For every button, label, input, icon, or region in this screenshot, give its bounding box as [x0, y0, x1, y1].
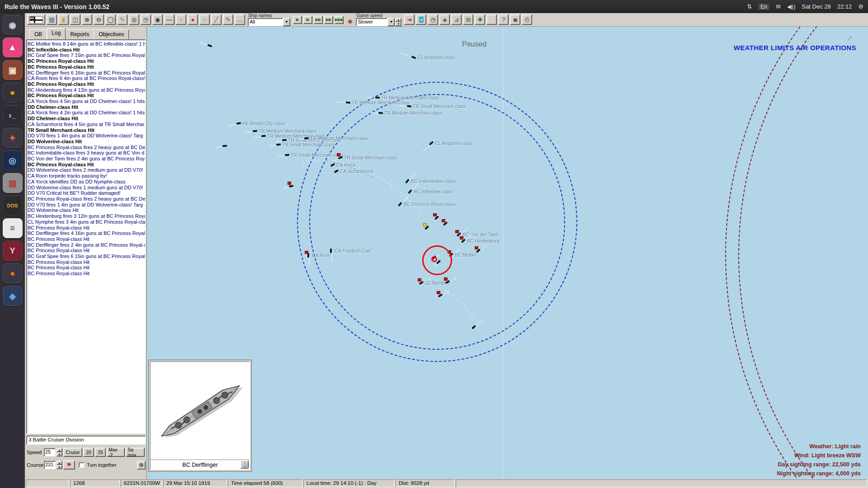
speed-20-button[interactable]: 20 [83, 448, 94, 457]
ship-marker[interactable]: BC Inflexible-class [408, 191, 412, 193]
time-step-3-button[interactable]: ▶▶ [314, 16, 323, 24]
save-icon[interactable]: ▤ [47, 14, 57, 25]
launcher-dash-home[interactable]: ◉ [3, 15, 23, 35]
ship-marker[interactable]: TR Medium Merchant-class [304, 137, 309, 140]
time-step-4-button[interactable]: ▶▶ [324, 16, 333, 24]
ship-marker[interactable] [438, 295, 443, 297]
ship-marker[interactable] [443, 223, 448, 225]
printer-icon[interactable]: ⎙ [522, 14, 532, 25]
pencil-icon[interactable]: ✎ [117, 14, 127, 25]
log-review-icon[interactable]: ◫ [70, 14, 80, 25]
ship-marker[interactable]: TR Medium Merchant-class [346, 102, 350, 104]
camera-icon[interactable]: ◙ [510, 14, 520, 25]
ship-marker[interactable]: TR Small Merchant-class [276, 144, 281, 146]
dropdown-arrow-icon[interactable]: ▼ [283, 18, 290, 26]
stopwatch-icon[interactable]: ◷ [428, 14, 438, 25]
tactical-map[interactable]: CL Amphion-class TR Medium Merchant-clas… [147, 27, 868, 479]
ship-marker[interactable]: HE Bristol City-class [236, 122, 241, 125]
grid-target-icon[interactable]: ✚ [475, 14, 485, 25]
anchor-button[interactable]: ⚓ [241, 460, 249, 469]
tab-ob[interactable]: OB [29, 29, 47, 39]
spinner-down-icon[interactable]: ▼ [57, 465, 62, 469]
range-circle-icon[interactable]: ○ [176, 14, 186, 25]
speed-25-button[interactable]: 25 [95, 448, 106, 457]
move-order-icon[interactable]: ➜ [404, 14, 415, 25]
highlight-icon[interactable]: ▮ [58, 14, 69, 25]
ship-marker[interactable]: BC Princess Royal-class [398, 203, 402, 206]
game-speed-spinner[interactable]: ▲ ▼ [395, 18, 401, 26]
layers-icon[interactable]: ◈ [439, 14, 450, 25]
time-step-1-button[interactable]: ▶ [293, 16, 302, 24]
spinner-down-icon[interactable]: ▼ [57, 452, 62, 456]
ship-marker[interactable]: CL Amphion-class [429, 142, 434, 145]
ship-marker[interactable] [222, 145, 227, 147]
range-circle2-icon[interactable]: ○ [199, 14, 210, 25]
launcher-passwords[interactable]: ◎ [3, 150, 23, 170]
ship-marker[interactable]: TR Small Merchant-class [282, 139, 287, 141]
ship-marker[interactable]: TR Small Merchant-class [407, 105, 411, 108]
ship-marker[interactable]: BC Von der Tann [457, 234, 461, 236]
launcher-terminal[interactable]: ›_ [3, 105, 23, 125]
ship-marker[interactable]: CL Nymphe [419, 282, 424, 284]
time-step-2-button[interactable]: ▶ [303, 16, 312, 24]
tab-objectives[interactable]: Objectives [94, 29, 129, 39]
division-settings-button[interactable]: ⊛ [137, 461, 146, 469]
ship-names-select[interactable]: All ▼ [248, 18, 290, 26]
ship-marker[interactable]: TR Medium Merchant-class [261, 135, 266, 137]
nation-flag-button[interactable] [27, 14, 45, 25]
blank-button[interactable] [486, 14, 497, 25]
launcher-files[interactable]: ▣ [3, 60, 23, 80]
course-input[interactable]: 231 [44, 461, 56, 469]
sea-state-icon[interactable]: ≈ [416, 14, 426, 25]
clock-icon[interactable]: ◷ [141, 14, 151, 25]
speed-max-button[interactable]: Max -2 [107, 448, 125, 457]
draw-icon[interactable]: ✎ [223, 14, 233, 25]
ship-marker[interactable] [472, 326, 476, 328]
zoom-out-icon[interactable]: ⊖ [94, 14, 104, 25]
spinner-up-icon[interactable]: ▲ [57, 461, 62, 465]
time-step-5-button[interactable]: ▶▶▶ [335, 16, 344, 24]
launcher-wine[interactable]: Y [3, 241, 23, 261]
speed-sqmax-button[interactable]: Sq max [126, 448, 145, 457]
minus-icon[interactable]: — [164, 14, 175, 25]
volume-icon[interactable]: ◀)) [787, 3, 796, 10]
launcher-virtualbox[interactable]: ◆ [3, 286, 23, 306]
help-icon[interactable]: ? [498, 14, 509, 25]
speed-cruise-button[interactable]: Cruise [63, 448, 82, 457]
plot-course-button[interactable]: ⚑ [63, 460, 75, 469]
ship-marker[interactable]: CA Yorck [330, 164, 335, 166]
launcher-dosbox[interactable]: DOS [3, 196, 23, 216]
ship-marker[interactable] [434, 217, 439, 219]
game-speed-select[interactable]: Slower ▼ [356, 18, 395, 26]
ship-marker[interactable]: CA Scharnhorst [334, 170, 339, 173]
ship-marker[interactable] [425, 227, 429, 229]
launcher-media-player[interactable]: ✦ [3, 128, 23, 148]
ship-marker[interactable]: BC Hindenburg [461, 240, 466, 242]
ship-marker[interactable]: CA Friedrich Carl [329, 250, 333, 252]
launcher-browser[interactable]: ● [3, 263, 23, 283]
launcher-archive-manager[interactable]: ▥ [3, 173, 23, 193]
course-spinner[interactable]: ▲ ▼ [57, 461, 62, 469]
ship-marker[interactable] [289, 185, 293, 188]
ship-marker[interactable] [208, 45, 212, 47]
mail-icon[interactable]: ✉ [776, 3, 781, 10]
ship-marker[interactable]: TR Small Merchant-class [338, 157, 343, 159]
bearing-line-icon[interactable]: ╱ [211, 14, 222, 25]
ship-marker[interactable]: CL Amphion-class [411, 56, 416, 59]
speed-spinner[interactable]: ▲ ▼ [57, 448, 62, 456]
launcher-software-center[interactable]: ▲ [3, 38, 23, 57]
network-arrows-icon[interactable]: ⇅ [747, 3, 752, 10]
zoom-in-icon[interactable]: ⊕ [82, 14, 92, 25]
keyboard-layout-indicator[interactable]: En [758, 4, 769, 10]
ship-marker[interactable]: TR Small Merchant-class [285, 154, 289, 156]
turn-together-checkbox[interactable] [79, 462, 84, 468]
ship-marker[interactable] [476, 250, 481, 252]
compass-icon[interactable]: ◉ [152, 14, 163, 25]
tab-log[interactable]: Log [47, 28, 66, 39]
spinner-down-icon[interactable]: ▼ [395, 22, 401, 26]
ship-marker[interactable]: TR Medium Merchant-class [375, 97, 380, 99]
session-gear-icon[interactable]: ⚙ [858, 3, 863, 10]
tray-date[interactable]: Sat Dec 28 [802, 3, 830, 10]
division-name-field[interactable]: 3 Battle Cruiser Division [26, 436, 146, 445]
ship-marker[interactable]: BC Indomitable-class [405, 180, 410, 183]
